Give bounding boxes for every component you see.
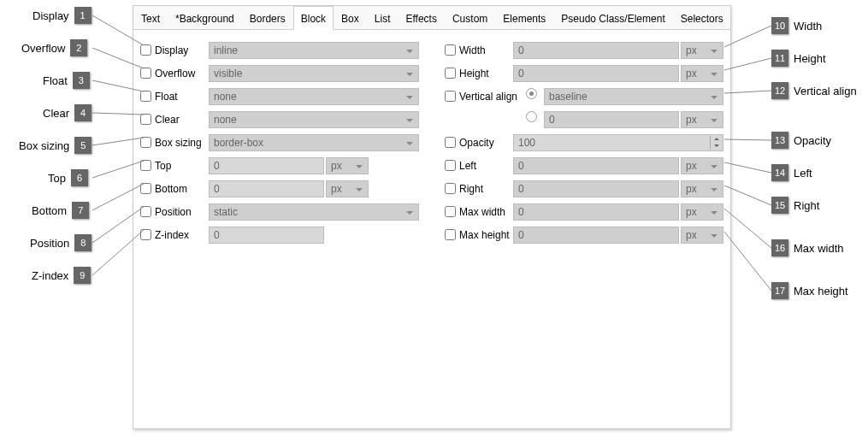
overflow-check[interactable]: Overflow — [140, 68, 209, 80]
callout-label: Vertical align — [794, 85, 857, 97]
callout-badge: 7 — [72, 202, 89, 219]
maxh-checkbox[interactable] — [445, 229, 456, 240]
left-unit[interactable]: px — [681, 157, 723, 174]
width-input[interactable]: 0 — [513, 42, 679, 59]
left-column: Display inline Overflow visible Float no… — [140, 38, 419, 246]
opacity-value: 100 — [518, 137, 535, 149]
tab-elements[interactable]: Elements — [495, 6, 553, 29]
clear-check[interactable]: Clear — [140, 114, 209, 126]
overflow-checkbox[interactable] — [140, 68, 151, 79]
boxsizing-check[interactable]: Box sizing — [140, 137, 209, 149]
valign-radio-length[interactable] — [526, 111, 537, 122]
svg-line-9 — [724, 26, 771, 47]
bottom-check[interactable]: Bottom — [140, 183, 209, 195]
maxh-unit[interactable]: px — [681, 227, 723, 244]
callout-label: Top — [48, 172, 66, 185]
top-unit[interactable]: px — [326, 157, 369, 174]
maxw-unit[interactable]: px — [681, 203, 723, 221]
boxsizing-checkbox[interactable] — [140, 137, 151, 148]
tab-text[interactable]: Text — [133, 6, 168, 29]
maxh-input[interactable]: 0 — [513, 227, 679, 244]
tab-selectors[interactable]: Selectors — [673, 6, 731, 29]
maxw-checkbox[interactable] — [445, 206, 456, 217]
callout-badge: 16 — [771, 239, 788, 256]
tab-block[interactable]: Block — [293, 6, 334, 30]
tab-borders[interactable]: Borders — [242, 6, 293, 29]
callout-15: 15Right — [771, 197, 819, 214]
callout-badge: 17 — [771, 282, 788, 299]
width-checkbox[interactable] — [445, 44, 456, 56]
callout-16: 16Max width — [771, 239, 844, 256]
boxsizing-select[interactable]: border-box — [209, 134, 419, 151]
top-input[interactable]: 0 — [209, 157, 324, 174]
valign-unit[interactable]: px — [681, 111, 723, 128]
left-input[interactable]: 0 — [513, 157, 679, 174]
tab-background[interactable]: *Background — [168, 6, 242, 29]
overflow-select[interactable]: visible — [209, 65, 419, 82]
bottom-unit[interactable]: px — [326, 180, 369, 197]
callout-9: 9Z-index — [32, 267, 91, 284]
width-unit[interactable]: px — [681, 42, 723, 59]
tab-box[interactable]: Box — [334, 6, 367, 29]
display-check[interactable]: Display — [140, 44, 209, 56]
maxw-input[interactable]: 0 — [513, 203, 679, 221]
position-select[interactable]: static — [209, 203, 419, 221]
callout-badge: 10 — [771, 17, 788, 34]
right-checkbox[interactable] — [445, 183, 456, 194]
callout-label: Clear — [43, 107, 69, 120]
top-label: Top — [155, 160, 171, 172]
height-unit[interactable]: px — [681, 65, 723, 82]
svg-line-15 — [724, 209, 771, 248]
maxw-check[interactable]: Max width — [445, 206, 513, 218]
right-input[interactable]: 0 — [513, 180, 679, 197]
valign-select[interactable]: baseline — [544, 88, 723, 105]
zindex-check[interactable]: Z-index — [140, 229, 209, 241]
callout-badge: 11 — [771, 50, 788, 67]
callout-label: Max height — [794, 285, 848, 298]
callout-label: Max width — [794, 242, 844, 255]
callout-badge: 4 — [74, 104, 92, 121]
tab-pseudo[interactable]: Pseudo Class/Element — [553, 6, 672, 29]
left-checkbox[interactable] — [445, 160, 456, 171]
tab-effects[interactable]: Effects — [398, 6, 444, 29]
display-select[interactable]: inline — [209, 42, 419, 59]
opacity-input[interactable]: 100 — [513, 134, 723, 151]
height-input[interactable]: 0 — [513, 65, 679, 82]
height-check[interactable]: Height — [445, 68, 513, 80]
tab-list[interactable]: List — [367, 6, 399, 29]
callout-label: Display — [32, 9, 69, 22]
opacity-checkbox[interactable] — [445, 137, 456, 148]
position-check[interactable]: Position — [140, 206, 209, 218]
tab-custom[interactable]: Custom — [445, 6, 495, 29]
float-checkbox[interactable] — [140, 91, 151, 102]
height-checkbox[interactable] — [445, 68, 456, 79]
width-check[interactable]: Width — [445, 44, 513, 56]
valign-checkbox[interactable] — [445, 91, 456, 102]
bottom-input[interactable]: 0 — [209, 180, 324, 197]
maxh-check[interactable]: Max height — [445, 229, 513, 241]
clear-checkbox[interactable] — [140, 114, 151, 125]
top-checkbox[interactable] — [140, 160, 151, 171]
valign-radio-keyword[interactable] — [526, 88, 537, 99]
display-checkbox[interactable] — [140, 44, 151, 56]
clear-select[interactable]: none — [209, 111, 419, 128]
zindex-input[interactable]: 0 — [209, 227, 324, 244]
rightp-label: Right — [459, 183, 483, 195]
bottom-checkbox[interactable] — [140, 183, 151, 194]
zindex-checkbox[interactable] — [140, 229, 151, 240]
opacity-spinner[interactable] — [710, 136, 722, 150]
float-check[interactable]: Float — [140, 91, 209, 103]
right-unit[interactable]: px — [681, 180, 723, 197]
top-check[interactable]: Top — [140, 160, 209, 172]
opacity-label: Opacity — [459, 137, 494, 149]
position-checkbox[interactable] — [140, 206, 151, 217]
valign-input[interactable]: 0 — [544, 111, 679, 128]
valign-check[interactable]: Vertical align — [445, 91, 526, 103]
float-select[interactable]: none — [209, 88, 419, 105]
right-check[interactable]: Right — [445, 183, 513, 195]
position-label: Position — [155, 206, 192, 218]
callout-label: Z-index — [32, 269, 68, 282]
opacity-check[interactable]: Opacity — [445, 137, 513, 149]
left-check[interactable]: Left — [445, 160, 513, 172]
callout-12: 12Vertical align — [771, 82, 857, 99]
